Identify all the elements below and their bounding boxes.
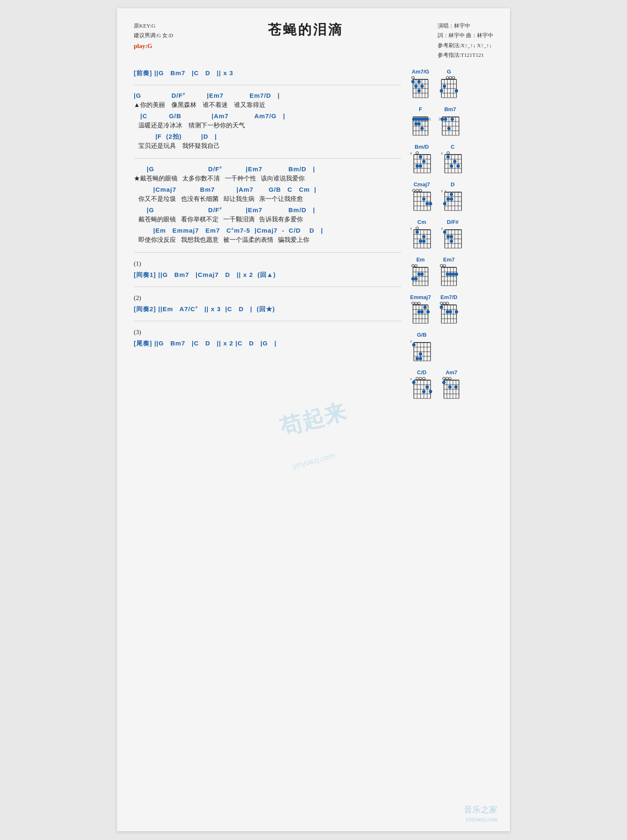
svg-point-29: [449, 76, 452, 79]
chord-emmaj7: Emmaj7: [410, 294, 431, 325]
chord-am7: Am7: [441, 369, 462, 400]
svg-point-216: [417, 310, 421, 313]
chord-dfsharp: D/F# x: [441, 219, 465, 250]
verse1-chord2: |C G/B |Am7 Am7/G |: [134, 112, 401, 120]
chord-row-6: Em: [410, 256, 493, 287]
svg-point-164: [446, 235, 450, 238]
svg-point-49: [421, 127, 424, 130]
header-center: 苍蝇的泪滴: [173, 21, 438, 60]
svg-point-235: [449, 310, 452, 313]
svg-point-271: [429, 390, 432, 393]
svg-point-16: [417, 89, 421, 92]
svg-point-254: [416, 377, 418, 380]
svg-text:x: x: [410, 377, 412, 381]
interlude1-chord: [间奏1] ||G Bm7 |Cmaj7 D || x 2 (回▲): [134, 270, 401, 279]
svg-point-270: [422, 390, 426, 393]
chord-g-name: G: [447, 69, 451, 75]
svg-point-101: [416, 189, 418, 192]
chord-row-7: Emmaj7: [410, 294, 493, 325]
svg-point-97: [453, 160, 456, 163]
chord-bmd-name: Bm/D: [415, 144, 429, 150]
chorus-chord2: |Cmaj7 Bm7 |Am7 G/B C Cm |: [134, 185, 401, 194]
svg-text:x: x: [441, 226, 443, 231]
strum-pattern: 参考刷法:X↑_↑↓ X↑_↑↓: [438, 41, 493, 50]
svg-point-33: [455, 89, 458, 92]
watermark-url: yinyuezj.com: [291, 451, 336, 471]
svg-point-130: [450, 193, 453, 196]
chord-emmaj7-name: Emmaj7: [410, 294, 431, 300]
svg-point-114: [422, 197, 426, 200]
chord-am7g-name: Am7/G: [412, 69, 429, 75]
chord-cd-name: C/D: [417, 369, 426, 376]
svg-point-219: [440, 302, 443, 305]
chord-c: C x: [441, 144, 465, 175]
interlude2-label: (2): [134, 293, 401, 303]
outro-label: (3): [134, 327, 401, 337]
svg-point-200: [455, 272, 458, 276]
svg-point-215: [423, 305, 427, 309]
svg-point-167: [412, 264, 414, 267]
svg-point-251: [415, 357, 419, 360]
chord-cd: C/D x: [410, 369, 434, 400]
chord-row-4: Cmaj7: [410, 181, 493, 212]
chord-row-1: Am7/G: [410, 69, 493, 99]
footer-brand: 音乐之家: [464, 804, 497, 815]
chorus-lyric3: 戴苍蝇的眼镜 看你举棋不定 一千颗泪滴 告诉我有多爱你: [134, 214, 401, 224]
svg-point-163: [443, 230, 446, 233]
svg-point-31: [443, 84, 446, 88]
svg-point-287: [448, 385, 451, 388]
chord-cm-name: Cm: [418, 219, 426, 225]
svg-point-64: [451, 117, 454, 121]
chord-row-9: C/D x: [410, 369, 493, 400]
song-title: 苍蝇的泪滴: [173, 21, 438, 39]
svg-point-98: [450, 164, 453, 167]
svg-point-149: [419, 239, 422, 243]
chord-dfsharp-name: D/F#: [447, 219, 459, 225]
divider5: [134, 321, 401, 321]
svg-point-274: [449, 377, 451, 380]
chord-em7d-name: Em7/D: [441, 294, 457, 300]
svg-point-272: [443, 377, 445, 380]
chorus-lyric2: 你又不是垃圾 也没有长细菌 却让我生病 亲一个让我痊愈: [134, 194, 401, 204]
svg-point-252: [419, 357, 422, 360]
svg-point-115: [426, 202, 429, 205]
svg-point-63: [444, 117, 447, 121]
svg-point-148: [422, 235, 426, 238]
chorus-section: |G D/F# |Em7 Bm/D | ★戴苍蝇的眼镜 太多你数不清 一千种个性…: [134, 165, 401, 245]
verse1-section: |G D/F# |Em7 Em7/D | ▲你的美丽 像黑森林 谁不着迷 谁又靠…: [134, 91, 401, 151]
divider2: [134, 158, 401, 159]
main-content: [前奏] ||G Bm7 |C D || x 3 |G D/F# |Em7 Em…: [134, 69, 493, 407]
svg-point-84: [447, 152, 449, 154]
chord-am7-name: Am7: [446, 369, 457, 376]
svg-text:2: 2: [438, 117, 441, 121]
chord-row-8: G/B x: [410, 332, 493, 363]
verse1-chord3: |F (2拍) |D |: [134, 132, 401, 141]
chorus-chord3: |G D/F# |Em7 Bm/D |: [134, 206, 401, 214]
chord-row-3: Bm/D x: [410, 144, 493, 175]
svg-point-183: [414, 277, 418, 280]
svg-point-166: [450, 239, 453, 243]
svg-point-28: [446, 76, 449, 79]
svg-point-48: [417, 122, 421, 125]
chord-am7g: Am7/G: [410, 69, 431, 99]
footer-url: yinyuezj.com: [466, 816, 497, 822]
svg-point-286: [442, 381, 446, 384]
fingering-pattern: 参考指法:T121T121: [438, 50, 493, 60]
interlude2-section: (2) [间奏2] ||Em A7/C# || x 3 |C D | (回★): [134, 293, 401, 313]
svg-point-47: [414, 122, 418, 125]
chord-row-5: Cm x: [410, 219, 493, 250]
chord-cmaj7-name: Cmaj7: [413, 181, 430, 188]
svg-point-32: [440, 89, 443, 92]
suggested-key: 建议男调:G 女:D: [134, 30, 173, 40]
chord-d-name: D: [451, 181, 454, 188]
svg-point-201: [412, 302, 414, 305]
chord-d: D x x: [441, 181, 465, 212]
svg-point-116: [429, 202, 432, 205]
header-left: 原KEY:G 建议男调:G 女:D play:G: [134, 21, 173, 60]
svg-point-269: [426, 385, 429, 388]
chorus-chord1: |G D/F# |Em7 Bm/D |: [134, 165, 401, 173]
verse1-lyric3: 宝贝还是玩具 我怀疑我自己: [134, 141, 401, 151]
svg-point-15: [421, 84, 424, 88]
svg-text:x: x: [441, 151, 443, 155]
svg-point-102: [419, 189, 422, 192]
